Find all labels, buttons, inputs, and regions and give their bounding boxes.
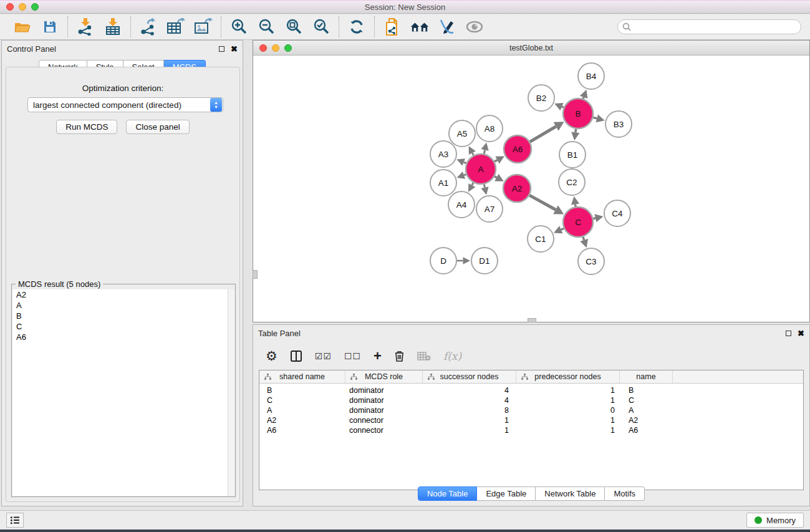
zoom-fit-icon[interactable]: [284, 17, 304, 36]
graph-node-A[interactable]: A: [466, 154, 496, 184]
graph-node-A3[interactable]: A3: [430, 141, 456, 167]
network-window-titlebar[interactable]: testGlobe.txt: [253, 41, 809, 56]
column-visibility-icon[interactable]: [290, 350, 302, 362]
edge-C-C4[interactable]: [593, 218, 595, 219]
tab-motifs[interactable]: Motifs: [605, 486, 645, 501]
column-header-predecessor-nodes[interactable]: predecessor nodes: [516, 370, 620, 383]
edge-C-C3[interactable]: [583, 237, 584, 240]
graph-node-C2[interactable]: C2: [559, 169, 585, 195]
table-row[interactable]: A2connector11A2: [259, 415, 803, 425]
table-options-gear-icon[interactable]: ⚙: [266, 350, 277, 362]
table-row[interactable]: Bdominator41B: [259, 385, 803, 395]
import-table-icon[interactable]: [103, 17, 123, 36]
float-table-panel-icon[interactable]: [786, 331, 791, 336]
edge-B-B2[interactable]: [562, 107, 564, 107]
zoom-selected-icon[interactable]: [311, 17, 331, 36]
show-graphics-details-icon[interactable]: [465, 17, 485, 36]
graph-node-B2[interactable]: B2: [528, 85, 554, 111]
mcds-result-item[interactable]: A2: [12, 289, 228, 300]
refresh-icon[interactable]: [347, 17, 367, 36]
select-all-rows-icon[interactable]: ☑☑: [315, 351, 332, 361]
hide-labels-icon[interactable]: [437, 17, 457, 36]
save-session-icon[interactable]: [40, 17, 60, 36]
graph-node-A2[interactable]: A2: [503, 175, 531, 202]
column-header-mcds-role[interactable]: MCDS role: [345, 370, 423, 383]
edge-A2-C[interactable]: [529, 195, 556, 210]
edge-B-B4[interactable]: [583, 97, 584, 99]
close-table-panel-icon[interactable]: ✖: [798, 329, 804, 337]
task-history-button[interactable]: [6, 513, 24, 528]
edge-A-A3[interactable]: [464, 162, 466, 163]
open-file-icon[interactable]: [12, 17, 32, 36]
criterion-dropdown[interactable]: largest connected component (directed) ▲…: [27, 97, 223, 112]
mcds-result-item[interactable]: A6: [12, 332, 228, 342]
network-resize-grip-bottom[interactable]: [528, 318, 536, 322]
column-header-name[interactable]: name: [620, 370, 673, 383]
svg-text:D: D: [440, 256, 446, 266]
table-row[interactable]: Cdominator41C: [259, 395, 803, 405]
column-header-shared-name[interactable]: shared name: [259, 370, 345, 383]
graph-node-C1[interactable]: C1: [528, 226, 554, 252]
export-table-icon[interactable]: [166, 17, 186, 36]
zoom-out-icon[interactable]: [256, 17, 276, 36]
edge-B-B1[interactable]: [576, 129, 576, 133]
memory-button[interactable]: Memory: [746, 513, 804, 528]
graph-node-A1[interactable]: A1: [430, 170, 456, 196]
mcds-result-item[interactable]: C: [12, 321, 228, 332]
deselect-all-rows-icon[interactable]: ☐☐: [344, 351, 361, 361]
graph-node-A8[interactable]: A8: [476, 115, 503, 142]
run-mcds-button[interactable]: Run MCDS: [56, 120, 117, 134]
graph-node-B1[interactable]: B1: [559, 142, 586, 168]
tab-node-table[interactable]: Node Table: [418, 486, 478, 501]
graph-node-A5[interactable]: A5: [449, 120, 475, 147]
add-column-icon[interactable]: +: [374, 351, 382, 362]
graph-node-D[interactable]: D: [430, 248, 456, 274]
table-row[interactable]: Adominator80A: [259, 405, 803, 415]
tab-edge-table[interactable]: Edge Table: [477, 486, 536, 501]
edge-A-A2[interactable]: [494, 177, 496, 178]
graph-node-C4[interactable]: C4: [604, 200, 630, 226]
delete-column-icon[interactable]: [394, 350, 405, 362]
graph-node-C3[interactable]: C3: [578, 248, 604, 274]
close-panel-icon[interactable]: ✖: [231, 45, 238, 53]
search-input[interactable]: [617, 19, 801, 34]
network-canvas[interactable]: B4B2BB3A5A8A6A3B1AA1C2A2A4A7C4CC1C3DD1: [253, 56, 809, 322]
table-row[interactable]: A6connector11A6: [259, 425, 803, 435]
first-neighbors-icon[interactable]: [410, 17, 430, 36]
edge-A-A4[interactable]: [472, 183, 473, 185]
export-network-icon[interactable]: [138, 17, 158, 36]
edge-A-A5[interactable]: [472, 153, 473, 155]
graph-node-B4[interactable]: B4: [578, 63, 604, 89]
edge-C-C1[interactable]: [561, 228, 564, 230]
tab-network-table[interactable]: Network Table: [536, 486, 605, 501]
graph-node-A4[interactable]: A4: [448, 191, 475, 218]
import-network-icon[interactable]: [75, 17, 95, 36]
graph-node-A6[interactable]: A6: [504, 135, 531, 163]
edge-A-A8[interactable]: [484, 150, 485, 153]
network-graph[interactable]: B4B2BB3A5A8A6A3B1AA1C2A2A4A7C4CC1C3DD1: [253, 56, 809, 322]
graph-node-B[interactable]: B: [563, 99, 593, 128]
edge-B-B3[interactable]: [593, 117, 597, 118]
new-network-from-selection-icon[interactable]: [382, 17, 402, 36]
table-cell: 8: [423, 406, 516, 415]
edge-A6-B[interactable]: [530, 127, 556, 142]
node-table-header[interactable]: shared nameMCDS rolesuccessor nodesprede…: [259, 370, 803, 384]
graph-node-D1[interactable]: D1: [471, 248, 498, 274]
column-header-successor-nodes[interactable]: successor nodes: [423, 370, 516, 383]
float-panel-icon[interactable]: [219, 46, 224, 52]
edge-A-A7[interactable]: [484, 184, 485, 187]
edge-C-C2[interactable]: [576, 204, 576, 206]
edge-A-A6[interactable]: [494, 160, 498, 162]
graph-node-C[interactable]: C: [563, 207, 593, 237]
mcds-result-list[interactable]: A2ABCA6: [12, 289, 228, 496]
mcds-result-item[interactable]: B: [12, 311, 228, 321]
mcds-result-item[interactable]: A: [12, 300, 228, 311]
network-resize-grip-left[interactable]: [253, 270, 258, 279]
close-panel-button[interactable]: Close panel: [126, 120, 189, 134]
export-image-icon[interactable]: [193, 17, 213, 36]
mcds-list-scrollbar[interactable]: [228, 289, 234, 496]
edge-A-A1[interactable]: [464, 175, 466, 175]
graph-node-B3[interactable]: B3: [605, 111, 632, 137]
zoom-in-icon[interactable]: [229, 17, 249, 36]
graph-node-A7[interactable]: A7: [476, 196, 503, 222]
